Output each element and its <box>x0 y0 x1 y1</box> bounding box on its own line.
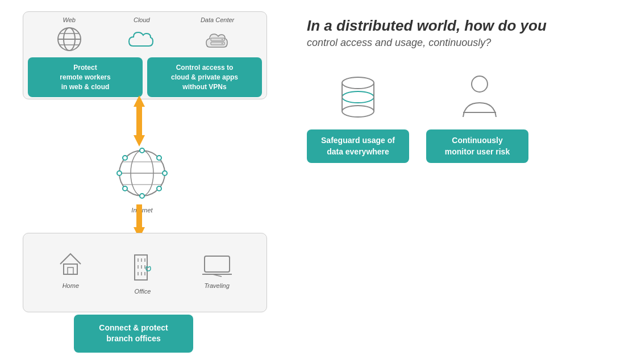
database-icon <box>335 72 381 123</box>
monitor-risk-label: Continuouslymonitor user risk <box>445 136 510 156</box>
cloud-icon <box>124 26 159 53</box>
protect-remote-workers-box: Protectremote workersin web & cloud <box>28 57 143 97</box>
svg-point-7 <box>222 39 223 40</box>
svg-point-23 <box>123 186 127 191</box>
connect-protect-label: Connect & protectbranch offices <box>99 323 168 344</box>
web-group: Web <box>56 16 83 53</box>
safeguard-box: Safeguard usage ofdata everywhere <box>307 129 409 163</box>
bottom-icons-row: Home <box>35 250 255 295</box>
top-icons-row: Web Cloud <box>23 16 266 53</box>
svg-point-24 <box>157 186 161 191</box>
svg-marker-9 <box>134 95 145 107</box>
web-label: Web <box>63 16 76 23</box>
svg-point-47 <box>472 76 488 92</box>
right-section: In a distributed world, how do you contr… <box>295 11 622 353</box>
datacenter-label: Data Center <box>201 16 234 23</box>
svg-rect-25 <box>136 204 142 228</box>
control-label: Control access tocloud & private appswit… <box>171 64 238 91</box>
top-resources-box: Web Cloud <box>23 11 267 99</box>
svg-point-17 <box>140 148 144 153</box>
database-group: Safeguard usage ofdata everywhere <box>307 72 409 163</box>
web-icon <box>56 26 83 53</box>
connect-protect-section: Connect & protectbranch offices <box>74 315 193 353</box>
home-label: Home <box>63 282 79 289</box>
svg-rect-39 <box>205 256 230 272</box>
office-label: Office <box>135 288 151 295</box>
left-section: Web Cloud <box>11 11 295 353</box>
svg-rect-10 <box>136 106 142 136</box>
headline: In a distributed world, how do you <box>307 17 610 35</box>
internet-section: Internet <box>77 142 207 214</box>
datacenter-group: Data Center <box>201 16 234 53</box>
bidirectional-arrow <box>129 95 149 147</box>
svg-point-42 <box>342 77 374 89</box>
arrows-top <box>129 95 149 147</box>
traveling-label: Traveling <box>204 282 229 289</box>
svg-rect-27 <box>64 264 77 274</box>
monitor-risk-box: Continuouslymonitor user risk <box>426 129 528 163</box>
svg-point-44 <box>342 106 374 117</box>
svg-point-21 <box>123 156 127 160</box>
user-icon <box>455 72 500 123</box>
office-group: Office <box>129 250 156 295</box>
main-container: Web Cloud <box>0 0 633 364</box>
traveling-group: Traveling <box>201 250 233 295</box>
traveling-icon <box>201 250 233 278</box>
home-group: Home <box>57 250 84 295</box>
svg-point-18 <box>140 194 144 198</box>
svg-point-22 <box>157 156 161 160</box>
svg-point-8 <box>222 43 223 44</box>
right-icons-row: Safeguard usage ofdata everywhere Contin… <box>307 72 610 163</box>
svg-rect-28 <box>68 267 73 274</box>
datacenter-icon <box>204 26 231 53</box>
connect-protect-box: Connect & protectbranch offices <box>74 315 193 353</box>
svg-point-20 <box>163 171 167 175</box>
subheadline: control access and usage, continuously? <box>307 37 610 49</box>
protect-label: Protectremote workersin web & cloud <box>60 64 110 91</box>
cloud-label: Cloud <box>134 16 150 23</box>
top-labels-row: Protectremote workersin web & cloud Cont… <box>23 53 266 97</box>
office-icon <box>129 250 156 283</box>
user-group: Continuouslymonitor user risk <box>426 72 528 163</box>
safeguard-label: Safeguard usage ofdata everywhere <box>321 136 395 156</box>
control-access-box: Control access tocloud & private appswit… <box>147 57 262 97</box>
home-icon <box>57 250 84 278</box>
svg-point-43 <box>342 91 374 103</box>
bottom-locations-box: Home <box>23 233 267 312</box>
cloud-group: Cloud <box>124 16 159 53</box>
svg-point-19 <box>117 171 122 175</box>
internet-globe-icon <box>111 142 173 204</box>
